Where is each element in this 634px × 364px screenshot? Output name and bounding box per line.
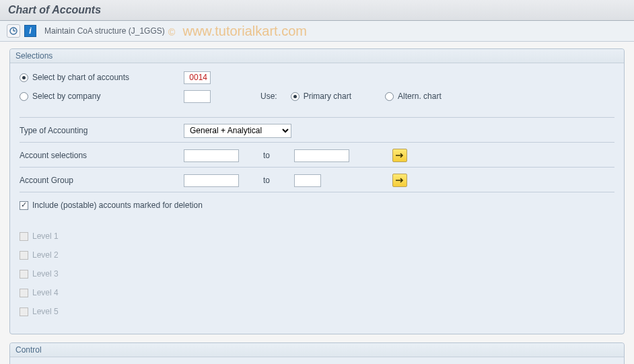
info-button[interactable]: i [24,25,36,37]
toolbar: i Maintain CoA structure (J_1GGS) [0,21,634,42]
label-level1: Level 1 [32,231,59,241]
account-selections-to[interactable] [294,149,349,162]
label-level3: Level 3 [32,269,59,279]
multiple-selection-button-2[interactable] [392,174,407,187]
use-label: Use: [260,92,277,101]
checkbox-include-deletion[interactable] [20,201,28,210]
radio-select-by-coa[interactable] [20,73,28,82]
label-type-of-accounting: Type of Accounting [20,126,184,135]
radio-select-by-company[interactable] [20,92,28,101]
label-account-group: Account Group [20,176,184,185]
label-level4: Level 4 [32,288,59,297]
execute-button[interactable] [7,24,20,38]
label-to-1: to [263,151,270,160]
select-type-of-accounting[interactable]: General + Analytical [184,124,291,138]
checkbox-level1 [20,232,28,241]
label-select-by-coa: Select by chart of accounts [32,73,129,82]
control-panel: Control Only level accounts having posta… [9,342,625,364]
label-level2: Level 2 [32,250,59,260]
label-altern-chart: Altern. chart [398,92,442,101]
checkbox-level3 [20,270,28,279]
label-primary-chart: Primary chart [304,92,351,101]
account-selections-from[interactable] [184,149,239,162]
checkbox-level4 [20,289,28,297]
coa-input[interactable] [184,71,211,84]
checkbox-level5 [20,307,28,316]
company-input[interactable] [184,90,211,103]
label-include-deletion: Include (postable) accounts marked for d… [32,201,203,210]
account-group-to[interactable] [294,174,321,187]
page-title: Chart of Accounts [8,4,626,16]
label-account-selections: Account selections [20,151,184,160]
title-bar: Chart of Accounts [0,0,634,21]
radio-primary-chart[interactable] [291,92,300,101]
toolbar-text: Maintain CoA structure (J_1GGS) [44,26,165,36]
label-select-by-company: Select by company [32,92,100,101]
label-to-2: to [263,176,270,185]
control-header: Control [10,343,624,357]
info-icon: i [29,26,31,36]
checkbox-level2 [20,251,28,260]
selections-panel: Selections Select by chart of accounts S… [9,48,625,334]
multiple-selection-button-1[interactable] [392,149,407,162]
label-level5: Level 5 [32,307,59,316]
radio-altern-chart[interactable] [385,92,394,101]
selections-header: Selections [10,49,624,63]
account-group-from[interactable] [184,174,239,187]
